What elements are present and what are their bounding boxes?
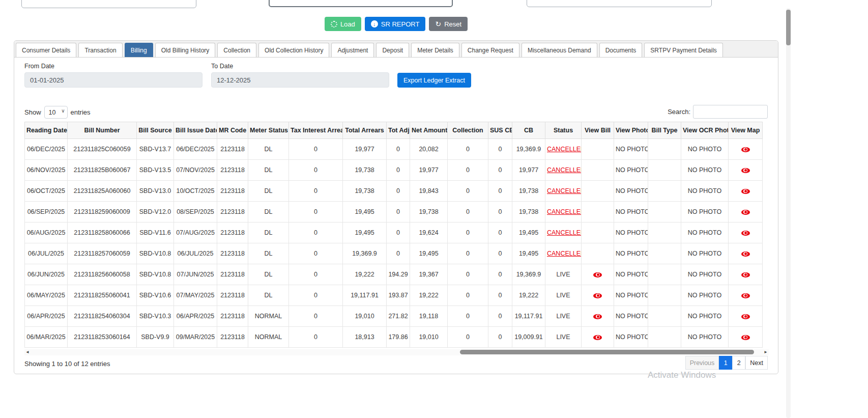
column-header-total-arrears[interactable]: Total Arrears — [343, 122, 387, 139]
view-bill-eye-icon[interactable] — [593, 272, 602, 277]
column-header-cb[interactable]: CB — [512, 122, 545, 139]
pagination-next[interactable]: Next — [745, 356, 768, 370]
load-button[interactable]: Load — [325, 17, 361, 31]
tab-deposit[interactable]: Deposit — [376, 43, 409, 57]
status-text[interactable]: CANCELLED — [547, 250, 582, 257]
tab-consumer-details[interactable]: Consumer Details — [16, 43, 76, 57]
status-text[interactable]: CANCELLED — [547, 229, 582, 236]
tab-change-request[interactable]: Change Request — [461, 43, 519, 57]
column-header-collection[interactable]: Collection — [448, 122, 488, 139]
cell-collection: 0 — [448, 222, 488, 243]
column-header-meter-status[interactable]: Meter Status — [248, 122, 289, 139]
tab-transaction[interactable]: Transaction — [78, 43, 122, 57]
view-map-eye-icon[interactable] — [741, 210, 750, 215]
cell-bill-issue-date: 07/AUG/2025 — [174, 222, 217, 243]
cell-sus-cb: 0 — [488, 139, 512, 160]
cell-cb: 19,222 — [512, 285, 545, 306]
pagination-2[interactable]: 2 — [732, 356, 745, 370]
view-map-eye-icon[interactable] — [741, 272, 750, 277]
status-text[interactable]: CANCELLED — [547, 208, 582, 215]
column-header-view-bill[interactable]: View Bill — [582, 122, 614, 139]
to-date-input[interactable] — [211, 72, 389, 88]
column-header-tot-adj[interactable]: Tot Adj — [387, 122, 410, 139]
top-form-field-2[interactable] — [269, 0, 453, 7]
cell-bill-issue-date: 06/JUL/2025 — [174, 243, 217, 264]
search-input[interactable] — [693, 105, 768, 119]
horizontal-scrollbar-thumb[interactable] — [460, 350, 754, 354]
status-text[interactable]: CANCELLED — [547, 166, 582, 174]
vertical-scrollbar-thumb[interactable] — [786, 10, 791, 45]
cell-bill-source: SBD-V10.8 — [137, 264, 174, 285]
cell-bill-source: SBD-V10.8 — [137, 243, 174, 264]
cell-tot-adj: 0 — [387, 181, 410, 202]
column-header-tax-interest-arrears[interactable]: Tax Interest Arrears — [289, 122, 343, 139]
sr-report-button[interactable]: ↓ SR REPORT — [365, 17, 426, 31]
column-header-view-photo[interactable]: View Photo — [614, 122, 648, 139]
view-map-eye-icon[interactable] — [741, 168, 750, 173]
cell-view-photo: NO PHOTO — [614, 285, 648, 306]
export-ledger-extract-button[interactable]: Export Ledger Extract — [397, 73, 471, 88]
cell-tot-adj: 193.87 — [387, 285, 410, 306]
column-header-bill-type[interactable]: Bill Type — [648, 122, 681, 139]
view-bill-eye-icon[interactable] — [593, 335, 602, 340]
tab-meter-details[interactable]: Meter Details — [411, 43, 459, 57]
column-header-bill-source[interactable]: Bill Source — [137, 122, 174, 139]
tab-old-billing-history[interactable]: Old Billing History — [155, 43, 216, 57]
view-bill-eye-icon[interactable] — [593, 293, 602, 298]
cell-total-arrears: 19,738 — [343, 181, 387, 202]
status-text: LIVE — [556, 333, 570, 341]
pagination-1[interactable]: 1 — [719, 356, 732, 370]
column-header-mr-code[interactable]: MR Code — [217, 122, 248, 139]
cell-bill-number: 2123118257060059 — [68, 243, 137, 264]
cell-bill-type — [648, 160, 681, 181]
view-bill-eye-icon[interactable] — [593, 314, 602, 319]
cell-view-photo: NO PHOTO — [614, 327, 648, 348]
vertical-scrollbar[interactable] — [786, 8, 791, 418]
view-map-eye-icon[interactable] — [741, 147, 750, 152]
view-map-eye-icon[interactable] — [741, 252, 750, 257]
column-header-sus-cb[interactable]: SUS CB — [488, 122, 512, 139]
tab-adjustment[interactable]: Adjustment — [331, 43, 374, 57]
cell-collection: 0 — [448, 306, 488, 327]
top-form-field-3[interactable] — [527, 0, 712, 7]
tab-billing[interactable]: Billing — [125, 43, 153, 57]
cell-view-bill — [582, 160, 614, 181]
cell-bill-issue-date: 09/MAR/2025 — [174, 327, 217, 348]
cell-status: LIVE — [545, 327, 582, 348]
column-header-bill-number[interactable]: Bill Number — [68, 122, 137, 139]
cell-bill-type — [648, 202, 681, 222]
status-text[interactable]: CANCELLED — [547, 146, 582, 153]
top-form-field-1[interactable] — [21, 0, 196, 8]
view-map-eye-icon[interactable] — [741, 231, 750, 236]
column-header-net-amount[interactable]: Net Amount — [410, 122, 448, 139]
status-text[interactable]: CANCELLED — [547, 187, 582, 194]
tab-srtpv-payment-details[interactable]: SRTPV Payment Details — [644, 43, 723, 57]
view-map-eye-icon[interactable] — [741, 189, 750, 194]
cell-view-map — [729, 160, 763, 181]
horizontal-scrollbar[interactable]: ◄ ► — [24, 349, 769, 355]
column-header-view-map[interactable]: View Map — [729, 122, 763, 139]
cell-bill-type — [648, 285, 681, 306]
tab-old-collection-history[interactable]: Old Collection History — [258, 43, 329, 57]
tab-documents[interactable]: Documents — [599, 43, 643, 57]
tab-collection[interactable]: Collection — [217, 43, 256, 57]
pagination-previous: Previous — [685, 356, 719, 370]
tab-miscellaneous-demand[interactable]: Miscellaneous Demand — [522, 43, 597, 57]
view-map-eye-icon[interactable] — [741, 293, 750, 298]
column-header-reading-date[interactable]: Reading Date — [25, 122, 68, 139]
column-header-view-ocr-photo[interactable]: View OCR Photo — [681, 122, 729, 139]
view-map-eye-icon[interactable] — [741, 335, 750, 340]
cell-meter-status: NORMAL — [248, 306, 289, 327]
reset-button[interactable]: ↻ Reset — [429, 17, 468, 31]
table-row: 06/JUL/20252123118257060059SBD-V10.806/J… — [25, 243, 763, 264]
view-map-eye-icon[interactable] — [741, 314, 750, 319]
page-size-select[interactable]: 10 — [44, 106, 68, 119]
column-header-bill-issue-date[interactable]: Bill Issue Date — [174, 122, 217, 139]
tab-bar: Consumer DetailsTransactionBillingOld Bi… — [14, 41, 778, 58]
cell-total-arrears: 19,369.9 — [343, 243, 387, 264]
scroll-right-arrow-icon[interactable]: ► — [764, 350, 768, 354]
column-header-status[interactable]: Status — [545, 122, 582, 139]
cell-view-bill — [582, 222, 614, 243]
from-date-input[interactable] — [24, 72, 202, 88]
scroll-left-arrow-icon[interactable]: ◄ — [25, 350, 30, 354]
